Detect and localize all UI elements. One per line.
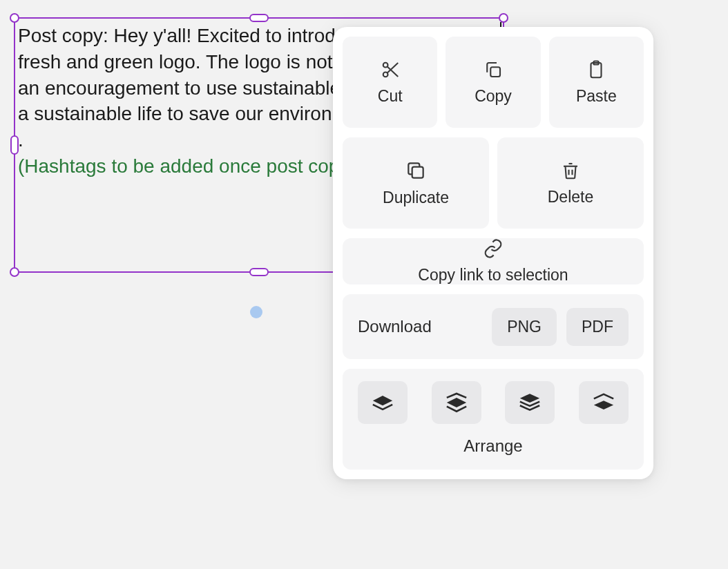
- resize-handle-top-right[interactable]: [499, 13, 508, 23]
- paste-label: Paste: [576, 87, 617, 106]
- resize-handle-top-left[interactable]: [10, 13, 19, 23]
- download-label: Download: [358, 317, 482, 336]
- separator-dot: .: [18, 129, 23, 151]
- collaborator-cursor-dot: [250, 306, 262, 318]
- svg-rect-4: [490, 67, 500, 77]
- duplicate-button[interactable]: Duplicate: [343, 137, 489, 229]
- png-label: PNG: [507, 318, 542, 336]
- bring-forward-icon: [371, 392, 394, 413]
- svg-rect-7: [412, 166, 423, 177]
- copy-button[interactable]: Copy: [446, 37, 540, 128]
- pdf-label: PDF: [582, 318, 613, 336]
- send-to-back-button[interactable]: [579, 381, 629, 424]
- download-panel: Download PNG PDF: [343, 294, 644, 359]
- arrange-panel: Arrange: [343, 369, 644, 470]
- arrange-label: Arrange: [358, 436, 629, 456]
- resize-handle-bottom[interactable]: [249, 268, 269, 276]
- context-menu-row-1: Cut Copy Paste: [343, 37, 644, 128]
- copy-label: Copy: [475, 87, 512, 106]
- svg-marker-11: [446, 398, 466, 407]
- svg-point-1: [383, 72, 387, 77]
- delete-button[interactable]: Delete: [497, 137, 644, 229]
- send-to-back-icon: [592, 392, 615, 413]
- copy-link-label: Copy link to selection: [418, 266, 568, 284]
- resize-handle-bottom-left[interactable]: [10, 267, 19, 277]
- svg-marker-13: [594, 401, 613, 409]
- context-menu: Cut Copy Paste: [333, 27, 653, 479]
- resize-handle-left[interactable]: [10, 135, 19, 155]
- resize-handle-top[interactable]: [249, 14, 269, 22]
- arrange-icons-row: [358, 381, 629, 424]
- bring-to-front-button[interactable]: [505, 381, 555, 424]
- download-png-button[interactable]: PNG: [492, 308, 557, 346]
- context-menu-row-2: Duplicate Delete: [343, 137, 644, 229]
- svg-point-0: [383, 62, 387, 67]
- duplicate-label: Duplicate: [383, 189, 449, 207]
- send-backward-button[interactable]: [432, 381, 481, 424]
- paste-button[interactable]: Paste: [549, 37, 644, 128]
- copy-link-button[interactable]: Copy link to selection: [343, 238, 644, 284]
- bring-to-front-icon: [518, 392, 542, 413]
- link-icon: [483, 238, 504, 259]
- download-pdf-button[interactable]: PDF: [566, 308, 629, 346]
- scissors-icon: [380, 59, 401, 80]
- delete-label: Delete: [548, 188, 593, 206]
- cut-label: Cut: [378, 87, 403, 106]
- svg-marker-10: [373, 396, 392, 405]
- duplicate-icon: [405, 160, 427, 182]
- send-backward-icon: [445, 392, 468, 413]
- trash-icon: [560, 160, 581, 181]
- cut-button[interactable]: Cut: [343, 37, 437, 128]
- bring-forward-button[interactable]: [358, 381, 408, 424]
- svg-marker-12: [520, 394, 539, 403]
- copy-icon: [483, 59, 504, 80]
- clipboard-icon: [586, 59, 606, 80]
